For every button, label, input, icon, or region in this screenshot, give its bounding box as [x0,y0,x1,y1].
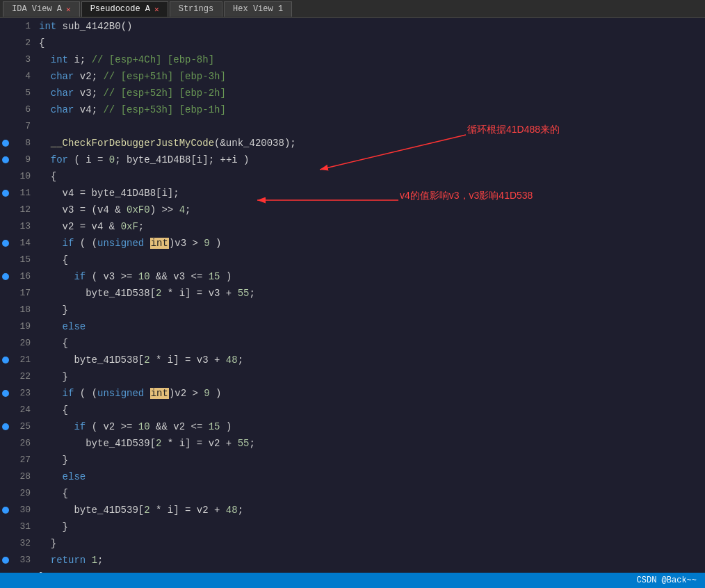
code-content: int sub_4142B0() [36,18,705,35]
code-content: return 1; [36,552,705,569]
breakpoint-dot [2,557,9,564]
code-line[interactable]: 27 } [0,452,705,468]
code-content: { [36,485,705,502]
code-line[interactable]: 23 if ( (unsigned int)v2 > 9 ) [0,385,705,402]
code-line[interactable]: 30 byte_41D539[2 * i] = v2 + 48; [0,502,705,518]
code-content: { [36,402,705,418]
code-line[interactable]: 21 byte_41D538[2 * i] = v3 + 48; [0,352,705,368]
line-number: 3 [11,51,36,68]
tab-hex-view[interactable]: Hex View 1 [224,1,292,17]
code-line[interactable]: 14 if ( (unsigned int)v3 > 9 ) [0,235,705,252]
code-line[interactable]: 32 } [0,535,705,552]
breakpoint-col [0,557,11,564]
breakpoint-col [0,190,11,197]
status-bar: CSDN @Back~~ [0,573,705,588]
code-content: else [36,318,705,335]
breakpoint-col [0,273,11,280]
breakpoint-dot [2,240,9,247]
code-line[interactable]: 31 } [0,518,705,535]
breakpoint-col [0,507,11,514]
code-content: char v4; // [esp+53h] [ebp-1h] [36,101,705,118]
breakpoint-dot [2,507,9,514]
code-line[interactable]: 7 [0,118,705,135]
code-line[interactable]: 22 } [0,368,705,385]
code-content: } [36,518,705,535]
breakpoint-dot [2,190,9,197]
code-content: { [36,252,705,268]
code-content: byte_41D539[2 * i] = v2 + 55; [36,435,705,452]
code-line[interactable]: 16 if ( v3 >= 10 && v3 <= 15 ) [0,268,705,285]
code-line[interactable]: 6 char v4; // [esp+53h] [ebp-1h] [0,101,705,118]
code-content: { [36,168,705,185]
breakpoint-dot [2,140,9,147]
tab-close-pseudo[interactable]: ✕ [154,5,159,14]
breakpoint-dot [2,156,9,163]
code-line[interactable]: 18 } [0,302,705,318]
code-line[interactable]: 19 else [0,318,705,335]
code-content: else [36,468,705,485]
code-content: } [36,569,705,573]
code-line[interactable]: 10 { [0,168,705,185]
code-line[interactable]: 17 byte_41D538[2 * i] = v3 + 55; [0,285,705,302]
tab-strings[interactable]: Strings [170,1,222,17]
line-number: 22 [11,368,36,385]
line-number: 31 [11,518,36,535]
line-number: 13 [11,218,36,235]
line-number: 14 [11,235,36,252]
code-content: char v2; // [esp+51h] [ebp-3h] [36,68,705,85]
code-content: v4 = byte_41D4B8[i]; [36,185,705,202]
line-number: 5 [11,85,36,101]
line-number: 19 [11,318,36,335]
breakpoint-col [0,423,11,430]
line-number: 18 [11,302,36,318]
code-content: } [36,368,705,385]
code-line[interactable]: 13 v2 = v4 & 0xF; [0,218,705,235]
tab-pseudocode-a[interactable]: Pseudocode A ✕ [81,1,168,17]
code-content: { [36,35,705,51]
line-number: 6 [11,101,36,118]
code-line[interactable]: 5 char v3; // [esp+52h] [ebp-2h] [0,85,705,101]
code-line[interactable]: 1int sub_4142B0() [0,18,705,35]
breakpoint-col [0,156,11,163]
code-line[interactable]: 33 return 1; [0,552,705,569]
code-content: if ( (unsigned int)v3 > 9 ) [36,235,705,252]
code-line[interactable]: 29 { [0,485,705,502]
line-number: 32 [11,535,36,552]
code-line[interactable]: 4 char v2; // [esp+51h] [ebp-3h] [0,68,705,85]
code-line[interactable]: 3 int i; // [esp+4Ch] [ebp-8h] [0,51,705,68]
code-content: for ( i = 0; byte_41D4B8[i]; ++i ) [36,152,705,168]
code-line[interactable]: 25 if ( v2 >= 10 && v2 <= 15 ) [0,418,705,435]
code-line[interactable]: 2{ [0,35,705,51]
line-number: 29 [11,485,36,502]
tab-ida-view-a[interactable]: IDA View A ✕ [3,1,80,17]
breakpoint-dot [2,423,9,430]
code-content: int i; // [esp+4Ch] [ebp-8h] [36,51,705,68]
code-content: { [36,335,705,352]
code-line[interactable]: 8 __CheckForDebuggerJustMyCode(&unk_4200… [0,135,705,152]
breakpoint-dot [2,273,9,280]
code-content: char v3; // [esp+52h] [ebp-2h] [36,85,705,101]
code-line[interactable]: 15 { [0,252,705,268]
line-number: 25 [11,418,36,435]
code-line[interactable]: 9 for ( i = 0; byte_41D4B8[i]; ++i ) [0,152,705,168]
line-number: 1 [11,18,36,35]
code-line[interactable]: 26 byte_41D539[2 * i] = v2 + 55; [0,435,705,452]
code-line[interactable]: 28 else [0,468,705,485]
code-line[interactable]: 34} [0,569,705,573]
line-number: 26 [11,435,36,452]
breakpoint-col [0,357,11,364]
line-number: 4 [11,68,36,85]
breakpoint-col [0,240,11,247]
code-content: } [36,452,705,468]
code-content: byte_41D538[2 * i] = v3 + 48; [36,352,705,368]
line-number: 27 [11,452,36,468]
line-number: 16 [11,268,36,285]
line-number: 23 [11,385,36,402]
code-line[interactable]: 24 { [0,402,705,418]
code-line[interactable]: 12 v3 = (v4 & 0xF0) >> 4; [0,202,705,218]
tab-bar: IDA View A ✕ Pseudocode A ✕ Strings Hex … [0,0,705,18]
tab-close-ida[interactable]: ✕ [66,5,71,14]
code-line[interactable]: 20 { [0,335,705,352]
line-number: 11 [11,185,36,202]
code-line[interactable]: 11 v4 = byte_41D4B8[i]; [0,185,705,202]
